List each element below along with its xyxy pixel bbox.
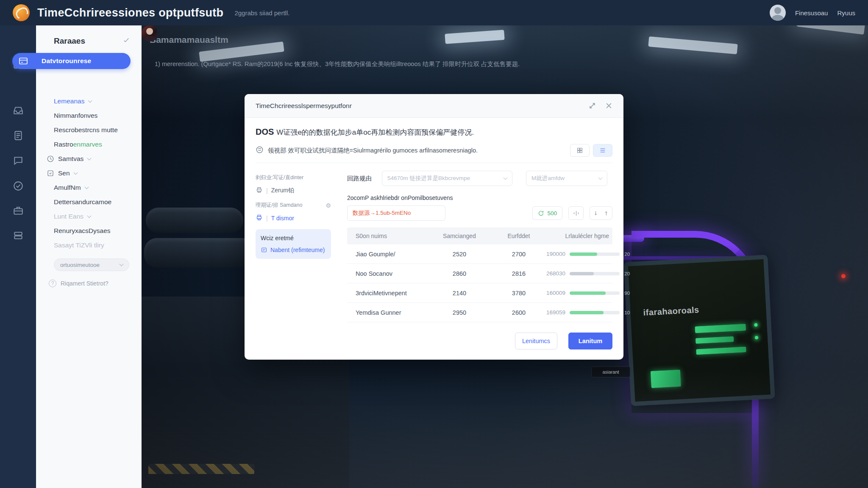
modal-info-row: 领视部 效可职业试扰问道隔绝=Siulrmagrérilo gumoces ar… — [256, 144, 612, 163]
app-subtitle: 2ggrabs siiad pertll. — [234, 9, 289, 17]
app-window: ifarahaoroals asiarant Bamamamauasltm 1)… — [0, 0, 868, 488]
sidebar-item-samtvas[interactable]: Samtvas — [36, 152, 141, 166]
modal-left-panel: 剥归业:写证/直dinter | Zerum铂 理期证/排 Samdano⚙ |… — [256, 171, 331, 333]
sidebar-item-active[interactable]: Datvtorounrese — [12, 53, 131, 69]
progress-bar — [570, 272, 620, 275]
progress-bar — [570, 291, 620, 295]
checkmark-icon[interactable] — [122, 36, 130, 46]
group2-item[interactable]: | T dismor — [256, 214, 331, 222]
chevron-down-icon — [504, 175, 508, 180]
table-row[interactable]: 3rdviciMetivnepent 2140 3780 16000990 — [347, 283, 612, 303]
quota-table: S0on nuims Samcianged Eurfddet Lrlaulécl… — [347, 227, 612, 322]
modal-footer: Lenitumcs Lanitum — [245, 333, 623, 360]
top-header: TimeCchrireessiones optputfsutb 2ggrabs … — [0, 0, 868, 25]
modal-right-panel: 回路规由 54670m 链接进算是Bkbcrevmpe M就进amfdw 2oc… — [347, 171, 612, 333]
modal-title: TimeChcrireesslspermesyputfonr — [256, 102, 352, 110]
progress-bar — [570, 252, 620, 256]
refresh-icon — [538, 210, 544, 216]
modal-heading: DOSW证强e的的数据化加步a单oc再加检测内容面预保偏严健停况. — [245, 118, 623, 137]
question-icon: ? — [49, 280, 56, 287]
sidebar-item-lunt-eans[interactable]: Lunt Eans — [36, 209, 141, 224]
list-view-icon[interactable] — [593, 144, 612, 157]
clock-icon — [47, 155, 54, 163]
card-item: Nabent (refimteume) — [261, 247, 326, 253]
grid-view-icon[interactable] — [570, 144, 590, 157]
table-row[interactable]: Yemdisa Gunner 2950 2600 16905910 — [347, 303, 612, 322]
group1-label: 剥归业:写证/直dinter — [256, 174, 331, 181]
column-split-button[interactable] — [568, 206, 584, 220]
document-icon[interactable] — [13, 130, 24, 141]
app-title: TimeCchrireessiones optputfsutb — [37, 6, 223, 19]
sort-down-icon — [593, 210, 600, 216]
sidebar-item-lemeanas[interactable]: Lemeanas — [36, 94, 141, 108]
progress-bar — [570, 311, 620, 314]
sidebar-item-rescrobestrcns[interactable]: Rescrobestrcns mutte — [36, 123, 141, 137]
chevron-down-icon — [87, 214, 91, 218]
sidebar-title: Raraaes — [54, 36, 85, 46]
avatar[interactable] — [770, 5, 786, 21]
sort-up-icon — [602, 210, 609, 216]
list-label: 2ocomP askhlriebdr onPomilbosetuvens — [347, 194, 612, 201]
table-header-row: S0on nuims Samcianged Eurfddet Lrlaulécl… — [347, 227, 612, 244]
modal-dialog: TimeChcrireesslspermesyputfonr DOSW证强e的的… — [245, 94, 623, 360]
sidebar-item-sasayt[interactable]: Sasayt TiZVli tliry — [36, 238, 141, 252]
sidebar-select[interactable]: ortuosimeutooe — [54, 258, 129, 271]
selected-source-card[interactable]: Wciz eretmé Nabent (refimteume) — [256, 229, 331, 259]
chevron-down-icon — [84, 185, 89, 189]
card-title: Wciz eretmé — [261, 235, 326, 241]
resize-icon[interactable] — [589, 102, 596, 109]
active-item-label: Datvtorounrese — [42, 57, 91, 65]
chevron-down-icon — [598, 175, 603, 180]
printer-icon — [256, 214, 266, 222]
cancel-button[interactable]: Lenitumcs — [515, 333, 557, 349]
close-icon[interactable] — [605, 102, 612, 109]
group1-item[interactable]: | Zerum铂 — [256, 186, 331, 195]
logo-swirl-icon[interactable] — [13, 4, 30, 21]
refresh-count-button[interactable]: 500 — [532, 206, 562, 220]
chat-icon[interactable] — [13, 155, 24, 166]
sidebar-item-dettersandurcamoe[interactable]: Dettersandurcamoe — [36, 195, 141, 209]
route-label: 回路规由 — [347, 175, 382, 183]
chevron-down-icon — [73, 170, 78, 175]
modal-header: TimeChcrireesslspermesyputfonr — [245, 94, 623, 118]
header-link-account[interactable]: Ryuus — [837, 9, 855, 17]
sidebar-item-renuryxacs[interactable]: RenuryxacsDysaes — [36, 224, 141, 238]
modal-body: 剥归业:写证/直dinter | Zerum铂 理期证/排 Samdano⚙ |… — [245, 163, 623, 333]
route-select[interactable]: 54670m 链接进算是Bkbcrevmpe — [382, 171, 512, 186]
server-icon[interactable] — [13, 230, 24, 241]
printer-icon — [256, 186, 266, 195]
sidebar-item-rastro[interactable]: Rastroenmarves — [36, 137, 141, 152]
avatar-photo[interactable] — [142, 25, 158, 42]
mode-select[interactable]: M就进amfdw — [526, 171, 607, 186]
chevron-down-icon — [120, 262, 124, 266]
panel-icon — [261, 247, 267, 253]
sidebar-item-nimmanfonves[interactable]: Nimmanfonves — [36, 108, 141, 123]
icon-rail — [0, 25, 36, 488]
confirm-button[interactable]: Lanitum — [568, 333, 612, 349]
column-split-icon — [573, 210, 579, 216]
inbox-icon[interactable] — [13, 105, 24, 116]
sort-buttons[interactable] — [590, 206, 612, 220]
check-circle-icon[interactable] — [13, 180, 24, 191]
gear-icon[interactable]: ⚙ — [326, 202, 331, 209]
billing-card-icon — [18, 56, 28, 66]
badge-icon — [256, 146, 268, 155]
table-row[interactable]: Noo Socanov 2860 2816 26803020 — [347, 264, 612, 283]
modal-info-text: 领视部 效可职业试扰问道隔绝=Siulrmagrérilo gumoces ar… — [268, 147, 478, 155]
note-icon — [47, 169, 54, 177]
page-title: Bamamamauasltm — [150, 35, 228, 45]
briefcase-icon[interactable] — [13, 205, 24, 216]
page-description: 1) mererenstion. (Qurtgace* RS. Ram的2019… — [155, 60, 520, 68]
sidebar: Raraaes Lemeanas Nimmanfonves Rescrobest… — [36, 25, 142, 488]
filter-tag-input[interactable]: 数据源→1.5ub-5mENo — [347, 205, 445, 221]
group2-label: 理期证/排 Samdano⚙ — [256, 202, 331, 209]
chevron-down-icon — [87, 156, 92, 160]
sidebar-item-amulfnm[interactable]: AmulfNm — [36, 180, 141, 195]
table-row[interactable]: Jiao Goumple/ 2520 2700 19000020 — [347, 244, 612, 264]
sidebar-item-sen[interactable]: Sen — [36, 166, 141, 180]
sidebar-menu: Lemeanas Nimmanfonves Rescrobestrcns mut… — [36, 94, 141, 271]
sidebar-footer-link[interactable]: ? Riqamert Stietrot? — [49, 280, 108, 287]
chevron-down-icon — [88, 98, 92, 103]
header-link-user[interactable]: Finesusoau — [795, 9, 828, 17]
